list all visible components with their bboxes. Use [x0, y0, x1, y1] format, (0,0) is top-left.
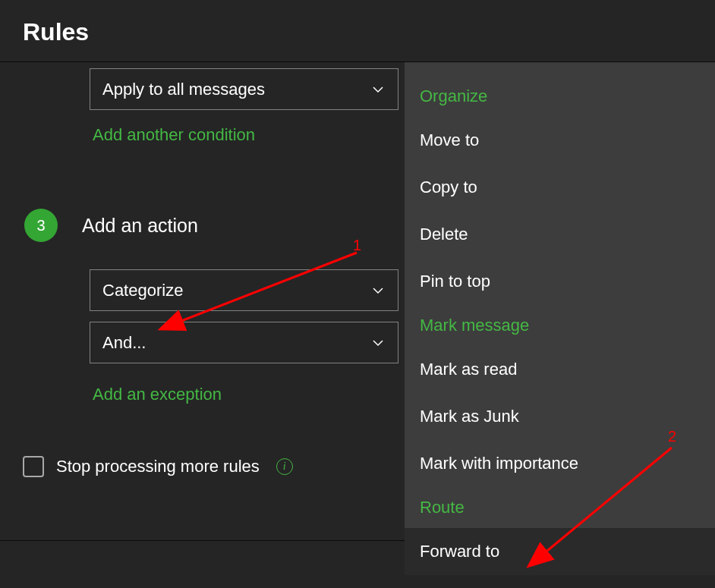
- add-exception-link[interactable]: Add an exception: [93, 385, 222, 404]
- menu-header-route: Route: [405, 487, 715, 528]
- action-dropdown-categorize[interactable]: Categorize: [90, 269, 398, 311]
- menu-header-organize: Organize: [405, 76, 715, 117]
- menu-item-mark-as-read[interactable]: Mark as read: [405, 346, 715, 393]
- chevron-down-icon: [370, 283, 386, 298]
- info-icon[interactable]: i: [276, 458, 293, 475]
- action-dropdown-2-value: And...: [102, 333, 146, 353]
- step-label: Add an action: [82, 215, 198, 237]
- action-dropdown-1-value: Categorize: [102, 281, 183, 300]
- add-condition-link[interactable]: Add another condition: [93, 125, 255, 145]
- page-title: Rules: [0, 0, 715, 61]
- step-number-badge: 3: [24, 209, 58, 242]
- menu-item-forward-to[interactable]: Forward to: [405, 528, 715, 575]
- condition-dropdown[interactable]: Apply to all messages: [90, 68, 398, 110]
- menu-header-mark: Mark message: [405, 305, 715, 346]
- menu-item-delete[interactable]: Delete: [405, 211, 715, 258]
- chevron-down-icon: [370, 335, 386, 351]
- menu-item-mark-importance[interactable]: Mark with importance: [405, 440, 715, 487]
- content-area: Apply to all messages Add another condit…: [0, 62, 715, 575]
- chevron-down-icon: [370, 82, 386, 97]
- menu-item-pin-to-top[interactable]: Pin to top: [405, 258, 715, 305]
- stop-processing-row: Stop processing more rules i: [23, 456, 405, 477]
- condition-dropdown-value: Apply to all messages: [102, 80, 265, 99]
- menu-item-move-to[interactable]: Move to: [405, 117, 715, 164]
- stop-processing-checkbox[interactable]: [23, 456, 44, 477]
- action-menu-panel: Organize Move to Copy to Delete Pin to t…: [405, 62, 715, 575]
- action-dropdown-and[interactable]: And...: [90, 322, 398, 363]
- bottom-divider: [0, 540, 405, 541]
- menu-item-copy-to[interactable]: Copy to: [405, 164, 715, 211]
- left-panel: Apply to all messages Add another condit…: [0, 62, 405, 575]
- step-3-row: 3 Add an action: [24, 209, 405, 242]
- menu-item-mark-as-junk[interactable]: Mark as Junk: [405, 393, 715, 440]
- stop-processing-label: Stop processing more rules: [56, 457, 260, 476]
